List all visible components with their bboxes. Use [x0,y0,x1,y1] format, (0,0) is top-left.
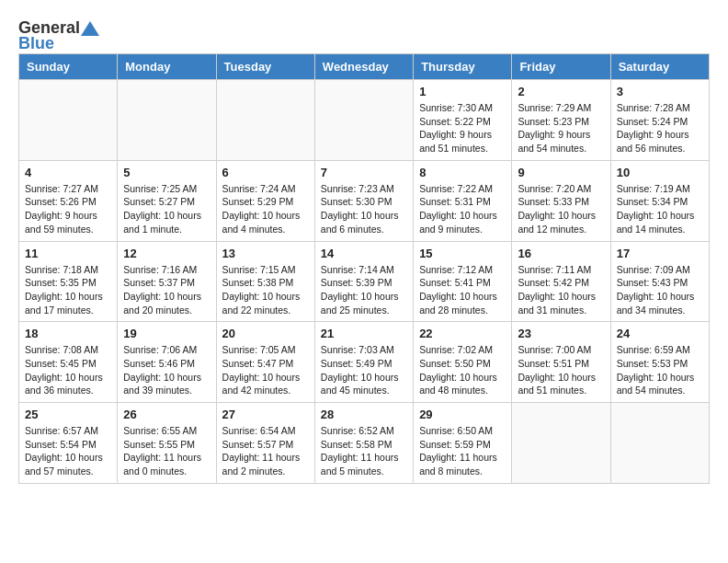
day-number: 20 [222,327,309,340]
day-info: Sunrise: 7:02 AMSunset: 5:50 PMDaylight:… [419,343,506,397]
calendar-cell: 3Sunrise: 7:28 AMSunset: 5:24 PMDaylight… [610,80,709,161]
day-number: 11 [25,247,111,260]
calendar-cell: 28Sunrise: 6:52 AMSunset: 5:58 PMDayligh… [314,403,413,484]
col-header-saturday: Saturday [610,54,709,80]
day-number: 2 [518,85,604,98]
calendar-cell: 8Sunrise: 7:22 AMSunset: 5:31 PMDaylight… [414,160,512,241]
calendar-week-row: 4Sunrise: 7:27 AMSunset: 5:26 PMDaylight… [19,160,710,241]
day-info: Sunrise: 6:54 AMSunset: 5:57 PMDaylight:… [222,424,309,478]
calendar-cell: 10Sunrise: 7:19 AMSunset: 5:34 PMDayligh… [610,160,709,241]
day-info: Sunrise: 6:50 AMSunset: 5:59 PMDaylight:… [419,424,506,478]
day-number: 29 [419,408,506,421]
day-info: Sunrise: 7:30 AMSunset: 5:22 PMDaylight:… [419,101,506,155]
day-number: 3 [617,85,703,98]
col-header-monday: Monday [118,54,216,80]
day-number: 17 [617,247,703,260]
day-number: 18 [25,327,111,340]
calendar-cell: 29Sunrise: 6:50 AMSunset: 5:59 PMDayligh… [414,403,512,484]
calendar-cell [19,80,118,161]
day-info: Sunrise: 7:19 AMSunset: 5:34 PMDaylight:… [617,182,703,236]
logo-blue-text: Blue [18,34,54,53]
calendar-cell: 2Sunrise: 7:29 AMSunset: 5:23 PMDaylight… [512,80,610,161]
calendar-week-row: 25Sunrise: 6:57 AMSunset: 5:54 PMDayligh… [19,403,710,484]
calendar-cell [314,80,413,161]
calendar-week-row: 18Sunrise: 7:08 AMSunset: 5:45 PMDayligh… [19,322,710,403]
day-info: Sunrise: 7:25 AMSunset: 5:27 PMDaylight:… [123,182,210,236]
calendar-cell [610,403,709,484]
calendar-cell [216,80,314,161]
calendar-cell: 1Sunrise: 7:30 AMSunset: 5:22 PMDaylight… [414,80,512,161]
calendar-cell: 27Sunrise: 6:54 AMSunset: 5:57 PMDayligh… [216,403,314,484]
calendar-cell: 6Sunrise: 7:24 AMSunset: 5:29 PMDaylight… [216,160,314,241]
calendar-cell: 5Sunrise: 7:25 AMSunset: 5:27 PMDaylight… [118,160,216,241]
day-number: 14 [321,247,407,260]
day-number: 7 [321,166,407,179]
day-info: Sunrise: 7:08 AMSunset: 5:45 PMDaylight:… [25,343,111,397]
calendar-cell: 12Sunrise: 7:16 AMSunset: 5:37 PMDayligh… [118,241,216,322]
calendar-cell: 11Sunrise: 7:18 AMSunset: 5:35 PMDayligh… [19,241,118,322]
day-info: Sunrise: 7:18 AMSunset: 5:35 PMDaylight:… [25,263,111,317]
calendar-table: SundayMondayTuesdayWednesdayThursdayFrid… [18,53,710,484]
calendar-cell: 19Sunrise: 7:06 AMSunset: 5:46 PMDayligh… [118,322,216,403]
day-number: 1 [419,85,506,98]
calendar-cell: 26Sunrise: 6:55 AMSunset: 5:55 PMDayligh… [118,403,216,484]
day-info: Sunrise: 7:12 AMSunset: 5:41 PMDaylight:… [419,263,506,317]
calendar-cell: 9Sunrise: 7:20 AMSunset: 5:33 PMDaylight… [512,160,610,241]
col-header-tuesday: Tuesday [216,54,314,80]
day-number: 22 [419,327,506,340]
col-header-friday: Friday [512,54,610,80]
svg-marker-0 [81,21,99,36]
day-number: 12 [123,247,210,260]
day-info: Sunrise: 7:06 AMSunset: 5:46 PMDaylight:… [123,343,210,397]
day-number: 23 [518,327,604,340]
day-info: Sunrise: 7:11 AMSunset: 5:42 PMDaylight:… [518,263,604,317]
calendar-week-row: 1Sunrise: 7:30 AMSunset: 5:22 PMDaylight… [19,80,710,161]
day-info: Sunrise: 7:09 AMSunset: 5:43 PMDaylight:… [617,263,703,317]
day-info: Sunrise: 6:55 AMSunset: 5:55 PMDaylight:… [123,424,210,478]
day-number: 4 [25,166,111,179]
day-number: 28 [321,408,407,421]
calendar-cell: 24Sunrise: 6:59 AMSunset: 5:53 PMDayligh… [610,322,709,403]
day-number: 25 [25,408,111,421]
day-number: 6 [222,166,309,179]
calendar-header-row: SundayMondayTuesdayWednesdayThursdayFrid… [19,54,710,80]
calendar-cell: 7Sunrise: 7:23 AMSunset: 5:30 PMDaylight… [314,160,413,241]
day-info: Sunrise: 6:52 AMSunset: 5:58 PMDaylight:… [321,424,407,478]
calendar-cell: 14Sunrise: 7:14 AMSunset: 5:39 PMDayligh… [314,241,413,322]
day-number: 27 [222,408,309,421]
calendar-cell: 25Sunrise: 6:57 AMSunset: 5:54 PMDayligh… [19,403,118,484]
calendar-cell: 4Sunrise: 7:27 AMSunset: 5:26 PMDaylight… [19,160,118,241]
day-number: 16 [518,247,604,260]
day-number: 5 [123,166,210,179]
calendar-cell: 22Sunrise: 7:02 AMSunset: 5:50 PMDayligh… [414,322,512,403]
day-number: 21 [321,327,407,340]
calendar-cell: 13Sunrise: 7:15 AMSunset: 5:38 PMDayligh… [216,241,314,322]
day-number: 10 [617,166,703,179]
calendar-cell: 21Sunrise: 7:03 AMSunset: 5:49 PMDayligh… [314,322,413,403]
day-info: Sunrise: 7:27 AMSunset: 5:26 PMDaylight:… [25,182,111,236]
calendar-cell: 16Sunrise: 7:11 AMSunset: 5:42 PMDayligh… [512,241,610,322]
col-header-thursday: Thursday [414,54,512,80]
logo-icon [81,21,99,36]
day-info: Sunrise: 7:29 AMSunset: 5:23 PMDaylight:… [518,101,604,155]
calendar-week-row: 11Sunrise: 7:18 AMSunset: 5:35 PMDayligh… [19,241,710,322]
day-info: Sunrise: 7:23 AMSunset: 5:30 PMDaylight:… [321,182,407,236]
calendar-cell: 20Sunrise: 7:05 AMSunset: 5:47 PMDayligh… [216,322,314,403]
day-info: Sunrise: 6:57 AMSunset: 5:54 PMDaylight:… [25,424,111,478]
day-info: Sunrise: 7:14 AMSunset: 5:39 PMDaylight:… [321,263,407,317]
logo: General Blue [18,18,100,53]
col-header-wednesday: Wednesday [314,54,413,80]
calendar-cell [512,403,610,484]
calendar-cell: 18Sunrise: 7:08 AMSunset: 5:45 PMDayligh… [19,322,118,403]
day-number: 19 [123,327,210,340]
calendar-cell: 15Sunrise: 7:12 AMSunset: 5:41 PMDayligh… [414,241,512,322]
day-info: Sunrise: 7:22 AMSunset: 5:31 PMDaylight:… [419,182,506,236]
day-info: Sunrise: 7:28 AMSunset: 5:24 PMDaylight:… [617,101,703,155]
day-number: 13 [222,247,309,260]
col-header-sunday: Sunday [19,54,118,80]
day-number: 24 [617,327,703,340]
day-info: Sunrise: 7:05 AMSunset: 5:47 PMDaylight:… [222,343,309,397]
day-info: Sunrise: 7:24 AMSunset: 5:29 PMDaylight:… [222,182,309,236]
day-info: Sunrise: 6:59 AMSunset: 5:53 PMDaylight:… [617,343,703,397]
day-info: Sunrise: 7:16 AMSunset: 5:37 PMDaylight:… [123,263,210,317]
